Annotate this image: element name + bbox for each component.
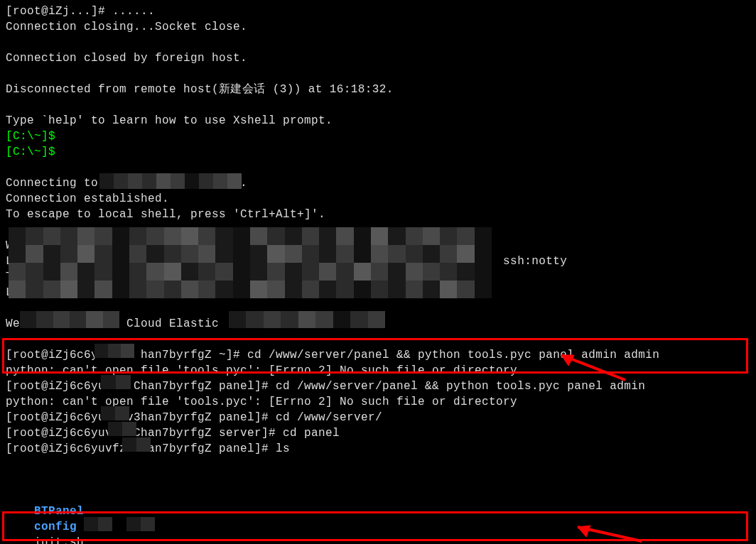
censored-region [101,375,131,389]
terminal-line: Connection established. [6,191,750,207]
blank-line [6,97,750,113]
terminal-line: Connection closing...Socket close. [6,19,750,35]
censored-region [122,437,151,452]
terminal-line: Disconnected from remote host(新建会话 (3)) … [6,82,750,97]
censored-region [84,517,112,531]
censored-region [94,344,134,358]
censored-region [20,311,119,328]
blank-line [6,66,750,82]
censored-region [101,406,129,420]
censored-region [229,311,385,328]
file-entry: init.sh [34,535,142,544]
terminal-line: Type `help' to learn how to use Xshell p… [6,113,750,129]
prompt-line: [C:\~]$ [6,129,750,144]
censored-region [126,517,155,531]
prompt-line: [C:\~]$ [6,144,750,160]
terminal-line: [root@iZj...]# ...... [6,4,750,19]
blank-line [6,35,750,50]
censored-region [9,227,492,298]
censored-region [99,173,242,189]
ls-output: BTPanel config init.sh ping.pl rewrite s… [6,457,750,544]
prompt-command: [root@iZj6c6yuvfz an7byrfgZ panel]# ls [6,441,750,457]
censored-region [108,422,136,436]
terminal-line: Connection closed by foreign host. [6,50,750,66]
terminal-line: To escape to local shell, press 'Ctrl+Al… [6,207,750,222]
